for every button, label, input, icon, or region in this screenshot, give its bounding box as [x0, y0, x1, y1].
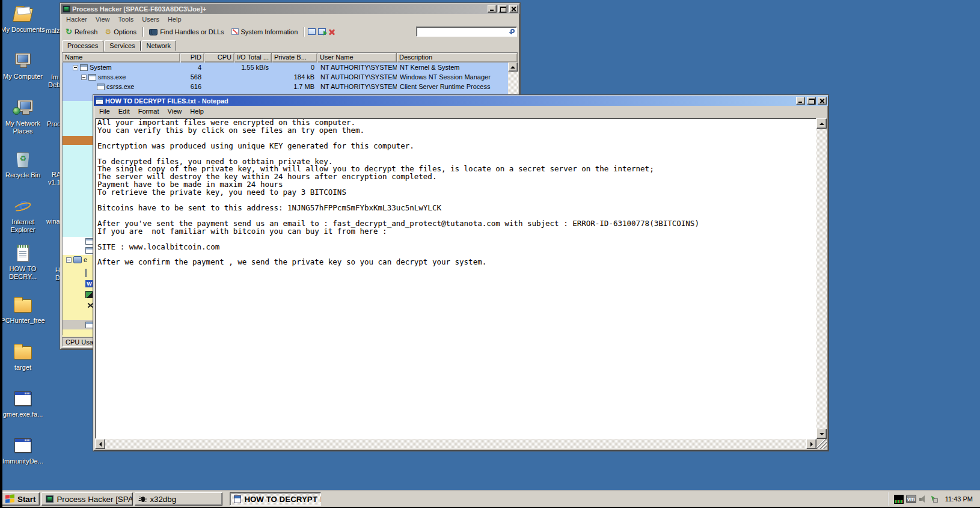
tab-services[interactable]: Services — [104, 40, 140, 51]
vmware-tray-icon[interactable]: vm — [906, 495, 916, 503]
menu-edit[interactable]: Edit — [114, 107, 134, 115]
process-row-smss[interactable]: smss.exe 568 184 kB NT AUTHORITY\SYSTEM … — [63, 72, 518, 82]
windows-logo-icon — [5, 494, 14, 504]
chart-icon — [231, 28, 239, 35]
desktop-icon-how-to-decrypt[interactable]: HOW TO DECRY... — [0, 244, 46, 281]
menu-file[interactable]: File — [95, 107, 114, 115]
system-tray: vm 11:43 PM — [889, 492, 979, 506]
computer-icon — [73, 256, 82, 263]
desktop-icon-recycle-bin[interactable]: ♻ Recycle Bin — [0, 150, 46, 179]
recycle-bin-icon[interactable]: ♻ — [13, 150, 33, 170]
process-icon — [85, 238, 93, 245]
close-button[interactable] — [509, 5, 518, 13]
scroll-left-button[interactable] — [95, 439, 105, 449]
maximize-button[interactable] — [807, 97, 816, 105]
toolbar-separator — [142, 27, 143, 37]
column-header-io-total[interactable]: I/O Total ... — [234, 53, 272, 63]
desktop-icon-label-partial: Proc — [47, 120, 61, 128]
column-header-name[interactable]: Name — [63, 53, 180, 63]
my-computer-icon[interactable] — [13, 52, 33, 71]
process-hacker-titlebar[interactable]: Process Hacker [SPACE-F603A8DC3\Joe]+ — [61, 4, 519, 14]
find-handles-button[interactable]: Find Handles or DLLs — [147, 28, 226, 36]
app-window-icon[interactable] — [13, 390, 33, 409]
window-arrow-button[interactable] — [318, 28, 326, 35]
search-icon — [510, 29, 515, 33]
desktop-icon-my-network-places[interactable]: My Network Places — [0, 99, 46, 135]
menu-view[interactable]: View — [164, 107, 186, 115]
notepad-horizontal-scrollbar[interactable] — [95, 439, 816, 449]
refresh-button[interactable]: ↻ Refresh — [63, 28, 100, 36]
gear-icon: ⚙ — [105, 28, 111, 35]
scroll-up-button[interactable] — [508, 63, 518, 72]
menu-help[interactable]: Help — [164, 15, 186, 23]
process-row-system[interactable]: System 4 1.55 kB/s 0 NT AUTHORITY\SYSTEM… — [63, 63, 518, 72]
system-information-button[interactable]: System Information — [229, 28, 301, 36]
expander-icon[interactable] — [66, 257, 72, 263]
process-icon-w: W — [85, 280, 93, 287]
column-header-private-bytes[interactable]: Private B... — [272, 53, 317, 63]
menu-view[interactable]: View — [91, 15, 114, 23]
menu-format[interactable]: Format — [134, 107, 164, 115]
scroll-up-button[interactable] — [816, 118, 827, 129]
tab-network[interactable]: Network — [141, 40, 176, 51]
desktop-icon-my-computer[interactable]: My Computer — [0, 52, 46, 81]
notepad-titlebar[interactable]: HOW TO DECRYPT FILES.txt - Notepad — [94, 96, 828, 106]
text-file-icon[interactable] — [13, 244, 33, 263]
menu-users[interactable]: Users — [138, 15, 164, 23]
expander-icon[interactable] — [73, 65, 78, 70]
notepad-menubar: File Edit Format View Help — [94, 106, 828, 117]
process-hacker-app-icon — [63, 5, 70, 13]
taskbar-button-notepad[interactable]: HOW TO DECRYPT FIL... — [230, 492, 321, 506]
resize-grip[interactable] — [816, 439, 827, 449]
column-header-description[interactable]: Description — [397, 53, 518, 63]
scroll-right-button[interactable] — [806, 439, 816, 449]
expander-icon[interactable] — [81, 75, 87, 80]
folder-icon[interactable] — [13, 296, 33, 315]
start-button[interactable]: Start — [1, 492, 40, 506]
window-pane-button[interactable] — [308, 28, 316, 35]
clock[interactable]: 11:43 PM — [940, 495, 975, 503]
menu-help[interactable]: Help — [186, 107, 208, 115]
internet-explorer-icon[interactable]: e — [13, 197, 33, 216]
app-window-icon[interactable] — [13, 436, 33, 456]
process-icon — [85, 269, 87, 277]
column-header-user-name[interactable]: User Name — [317, 53, 397, 63]
desktop-icon-label-partial: malz — [46, 27, 60, 35]
notepad-app-icon — [96, 97, 103, 105]
desktop-icon-my-documents[interactable]: My Documents — [0, 5, 46, 34]
volume-tray-icon[interactable] — [919, 495, 927, 503]
notepad-text-area[interactable]: All your important files were encrypted … — [95, 118, 816, 439]
desktop-icon-pchunter-free[interactable]: PCHunter_free — [0, 296, 46, 325]
minimize-button[interactable] — [796, 97, 805, 105]
desktop-icon-internet-explorer[interactable]: e Internet Explorer — [0, 197, 46, 234]
folder-icon[interactable] — [13, 343, 33, 362]
my-documents-icon[interactable] — [13, 5, 33, 24]
desktop-icon-label-partial: wina — [46, 218, 60, 225]
process-row-csrss[interactable]: csrss.exe 616 1.7 MB NT AUTHORITY\SYSTEM… — [63, 82, 518, 91]
menu-hacker[interactable]: Hacker — [62, 15, 91, 23]
column-header-pid[interactable]: PID — [180, 53, 204, 63]
scroll-down-button[interactable] — [816, 429, 827, 439]
bug-icon — [139, 495, 147, 503]
process-hacker-menubar: Hacker View Tools Users Help — [61, 14, 519, 25]
taskbar-button-x32dbg[interactable]: x32dbg — [135, 492, 222, 506]
process-icon-green — [85, 291, 93, 298]
options-button[interactable]: ⚙ Options — [102, 28, 139, 36]
search-input[interactable] — [416, 26, 517, 37]
tree-node-explorer[interactable]: e — [66, 256, 87, 263]
cpu-history-tray-icon[interactable] — [894, 495, 904, 504]
maximize-button[interactable] — [498, 5, 507, 13]
close-button[interactable] — [818, 97, 827, 105]
menu-tools[interactable]: Tools — [114, 15, 138, 23]
desktop-icon-target[interactable]: target — [0, 343, 46, 372]
tab-processes[interactable]: Processes — [62, 40, 103, 52]
green-arrow-tray-icon[interactable] — [929, 495, 938, 503]
terminate-x-button[interactable] — [328, 28, 335, 35]
notepad-vertical-scrollbar[interactable] — [816, 118, 827, 439]
taskbar-button-process-hacker[interactable]: Process Hacker [SPACE-... — [41, 492, 133, 506]
column-header-cpu[interactable]: CPU — [204, 53, 234, 63]
desktop-icon-immunity-debugger[interactable]: ImmunityDe... — [0, 436, 46, 465]
my-network-places-icon[interactable] — [13, 99, 33, 118]
minimize-button[interactable] — [488, 5, 497, 13]
desktop-icon-gmer[interactable]: gmer.exe.fa... — [0, 390, 46, 418]
